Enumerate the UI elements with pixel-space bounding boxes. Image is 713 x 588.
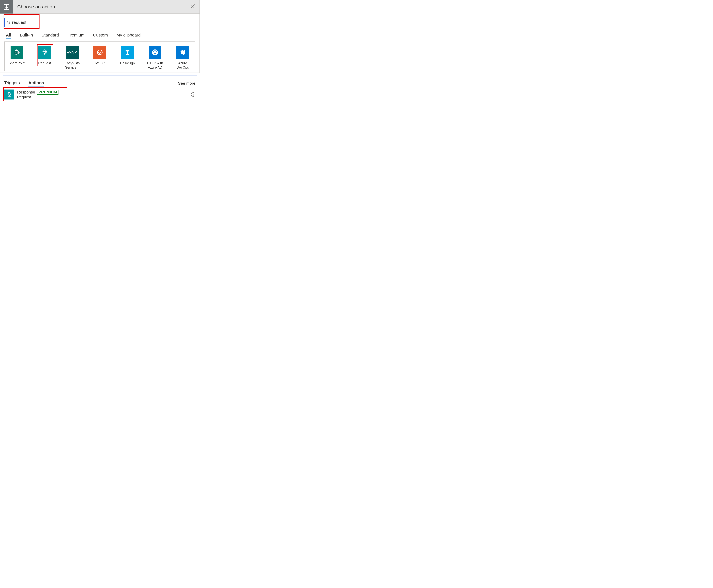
svg-point-19 xyxy=(97,50,102,55)
connector-label: HelloSign xyxy=(118,61,137,69)
action-text: Response PREMIUM Request xyxy=(17,90,59,99)
filter-tab-premium[interactable]: Premium xyxy=(67,33,85,39)
filter-tab-standard[interactable]: Standard xyxy=(41,33,59,39)
svg-rect-0 xyxy=(4,4,9,5)
svg-point-6 xyxy=(7,21,9,23)
hellosign-icon xyxy=(121,46,134,59)
azure-devops-icon xyxy=(176,46,189,59)
action-subtitle: Request xyxy=(17,95,59,99)
premium-badge: PREMIUM xyxy=(37,90,59,94)
connector-hellosign[interactable]: HelloSign xyxy=(118,46,137,69)
action-item-response[interactable]: Response PREMIUM Request i xyxy=(3,88,197,101)
close-icon[interactable] xyxy=(190,4,195,10)
filter-tab-custom[interactable]: Custom xyxy=(93,33,108,39)
connector-label: EasyVista Service... xyxy=(63,61,82,69)
results-tabs: Triggers Actions See more xyxy=(3,80,197,88)
search-input[interactable] xyxy=(12,20,193,25)
connector-label: LMS365 xyxy=(90,61,109,69)
dialog-title: Choose an action xyxy=(17,4,55,9)
sharepoint-icon: S xyxy=(11,46,23,59)
connectors-grid: S SharePoint Request eV|SM EasyVista Ser… xyxy=(4,41,195,71)
connector-easyvista[interactable]: eV|SM EasyVista Service... xyxy=(63,46,82,69)
svg-text:S: S xyxy=(15,51,17,54)
connector-filter-tabs: All Built-in Standard Premium Custom My … xyxy=(4,33,195,39)
svg-marker-2 xyxy=(5,7,8,9)
svg-rect-22 xyxy=(126,54,129,55)
easyvista-icon: eV|SM xyxy=(66,46,79,59)
results-tab-actions[interactable]: Actions xyxy=(28,80,44,86)
connector-label: SharePoint xyxy=(7,61,26,69)
connector-lms365[interactable]: LMS365 xyxy=(90,46,109,69)
action-title: Response xyxy=(17,90,35,94)
dialog-body: All Built-in Standard Premium Custom My … xyxy=(0,14,200,73)
svg-marker-20 xyxy=(125,50,130,52)
see-more-link[interactable]: See more xyxy=(178,81,195,86)
filter-tab-all[interactable]: All xyxy=(6,33,11,39)
results-tab-triggers[interactable]: Triggers xyxy=(4,80,20,86)
connector-azure-devops[interactable]: Azure DevOps xyxy=(173,46,192,69)
filter-tab-myclipboard[interactable]: My clipboard xyxy=(116,33,141,39)
insert-step-icon xyxy=(0,0,13,14)
dialog-header: Choose an action xyxy=(0,0,200,14)
connector-label: Request xyxy=(35,61,54,69)
globe-request-icon xyxy=(4,89,14,100)
globe-request-icon xyxy=(38,46,51,59)
connector-http-azuread[interactable]: HTTP with Azure AD xyxy=(146,46,165,69)
search-icon xyxy=(7,21,11,24)
connector-label: HTTP with Azure AD xyxy=(146,61,165,69)
filter-tab-builtin[interactable]: Built-in xyxy=(20,33,33,39)
svg-rect-3 xyxy=(4,9,9,10)
connector-label: Azure DevOps xyxy=(173,61,192,69)
globe-icon xyxy=(148,46,161,59)
lms365-icon xyxy=(94,46,106,59)
connector-request[interactable]: Request xyxy=(35,46,54,69)
info-icon[interactable]: i xyxy=(191,92,195,97)
results-section: Triggers Actions See more Response PREMI… xyxy=(3,76,197,101)
svg-marker-26 xyxy=(180,50,185,55)
svg-line-7 xyxy=(9,23,10,24)
search-field-wrapper[interactable] xyxy=(4,18,195,27)
connector-sharepoint[interactable]: S SharePoint xyxy=(7,46,26,69)
